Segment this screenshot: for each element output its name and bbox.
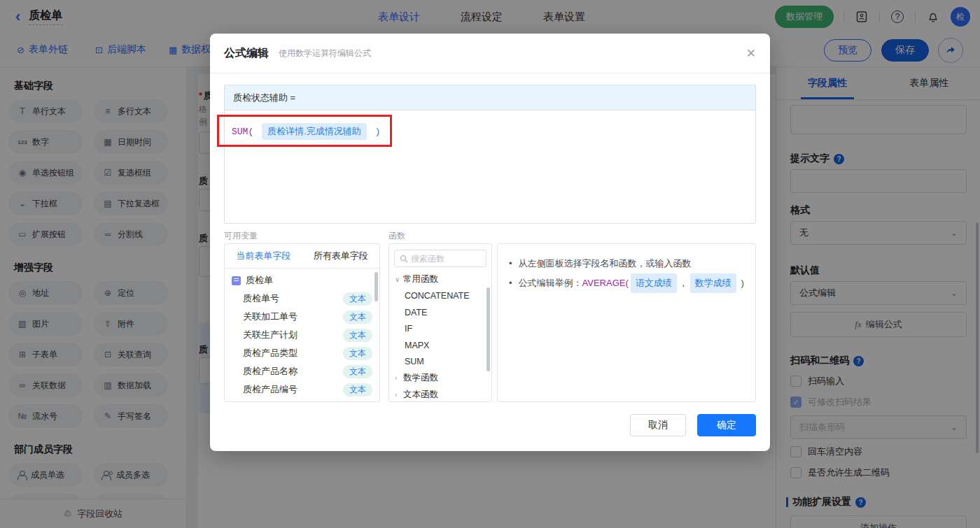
tree-root-form[interactable]: 质检单: [225, 271, 379, 290]
example-chip: 数学成绩: [690, 273, 736, 293]
variables-scrollbar[interactable]: [374, 272, 378, 301]
formula-editor-modal: 公式编辑 使用数学运算符编辑公式 ✕ 质检状态辅助 = SUM( 质检详情.完成…: [210, 34, 770, 451]
function-item[interactable]: CONCATENATE: [389, 288, 491, 305]
function-search-input[interactable]: [411, 254, 477, 264]
group-math-functions[interactable]: ›数学函数: [389, 370, 491, 387]
confirm-button[interactable]: 确定: [697, 414, 756, 436]
variable-row[interactable]: 关联加工单号文本: [225, 308, 379, 326]
functions-label: 函数: [388, 230, 405, 242]
variable-row[interactable]: 关联生产计划文本: [225, 326, 379, 344]
type-badge: 文本: [343, 311, 372, 324]
variable-row[interactable]: 质检产品名称文本: [225, 362, 379, 380]
function-item[interactable]: DATE: [389, 304, 491, 321]
example-function: AVERAGE(: [582, 278, 629, 288]
type-badge: 文本: [343, 329, 372, 342]
formula-editor-box[interactable]: 质检状态辅助 = SUM( 质检详情.完成情况辅助 ): [224, 85, 756, 224]
search-icon: [400, 255, 408, 263]
type-badge: 文本: [343, 292, 372, 306]
field-chip[interactable]: 质检详情.完成情况辅助: [262, 123, 367, 140]
function-item[interactable]: SUM: [389, 354, 491, 371]
chevron-right-icon: ›: [395, 391, 403, 399]
group-text-functions[interactable]: ›文本函数: [389, 387, 491, 403]
function-token: SUM(: [232, 127, 253, 137]
function-search[interactable]: [394, 250, 486, 267]
modal-header: 公式编辑 使用数学运算符编辑公式 ✕: [210, 34, 770, 73]
paren-token: ): [374, 127, 380, 137]
variables-panel: 当前表单字段 所有表单字段 质检单 质检单号文本 关联加工单号文本 关联生产计划…: [224, 243, 380, 402]
functions-panel: ∨常用函数 CONCATENATE DATE IF MAPX SUM ›数学函数…: [388, 243, 492, 402]
tab-all-form-fields[interactable]: 所有表单字段: [302, 250, 380, 262]
group-common-functions[interactable]: ∨常用函数: [389, 271, 491, 288]
function-item[interactable]: IF: [389, 321, 491, 338]
modal-footer: 取消 确定: [630, 414, 756, 436]
variable-row[interactable]: 质检产品类型文本: [225, 344, 379, 362]
functions-scrollbar[interactable]: [486, 287, 490, 371]
variables-label: 可用变量: [224, 230, 258, 242]
example-chip: 语文成绩: [631, 273, 677, 293]
form-doc-icon: [232, 276, 241, 285]
help-line-1: • 从左侧面板选择字段名和函数，或输入函数: [505, 254, 748, 273]
variable-row[interactable]: 质检产品编号文本: [225, 380, 379, 399]
formula-target: 质检状态辅助 =: [225, 85, 755, 110]
modal-title: 公式编辑: [224, 46, 269, 61]
type-badge: 文本: [343, 365, 372, 378]
close-icon[interactable]: ✕: [746, 46, 756, 61]
chevron-down-icon: ∨: [395, 276, 403, 283]
formula-expression[interactable]: SUM( 质检详情.完成情况辅助 ): [225, 110, 755, 152]
variables-tabs: 当前表单字段 所有表单字段: [225, 244, 379, 269]
app-root: ‹ 质检单 表单设计 流程设定 表单设置 数据管理 ? 检 ⊘ 表单外链: [0, 0, 980, 528]
help-panel: • 从左侧面板选择字段名和函数，或输入函数 • 公式编辑举例：AVERAGE(语…: [497, 243, 756, 402]
type-badge: 文本: [343, 383, 372, 397]
variable-row[interactable]: 质检单号文本: [225, 290, 379, 308]
help-line-2: • 公式编辑举例：AVERAGE(语文成绩，数学成绩 ): [505, 273, 748, 293]
cancel-button[interactable]: 取消: [630, 414, 686, 436]
tab-current-form-fields[interactable]: 当前表单字段: [225, 250, 302, 262]
chevron-right-icon: ›: [395, 374, 403, 382]
type-badge: 文本: [343, 347, 372, 360]
function-item[interactable]: MAPX: [389, 337, 491, 354]
modal-subtitle: 使用数学运算符编辑公式: [279, 48, 371, 59]
